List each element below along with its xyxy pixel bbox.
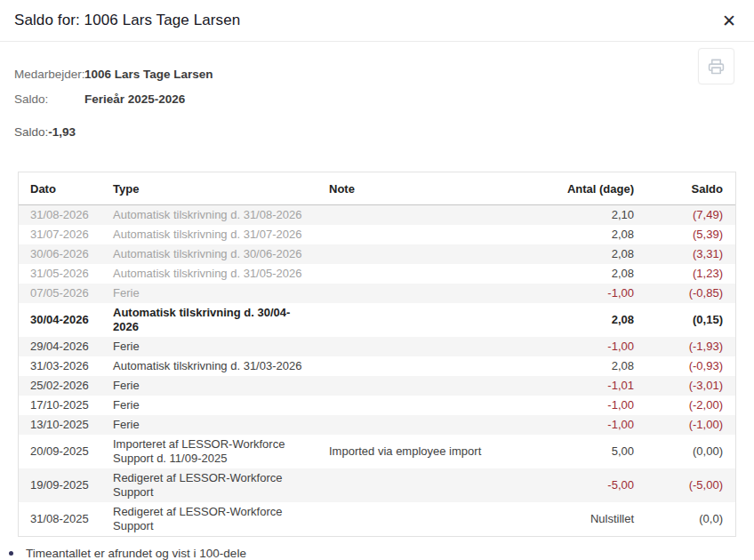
close-icon[interactable]: ✕ xyxy=(720,11,738,31)
table-row: 17/10-2025 Ferie -1,00 (-2,00) xyxy=(19,396,735,415)
table-row: 30/06-2026 Automatisk tilskrivning d. 30… xyxy=(19,244,735,264)
cell-note xyxy=(329,356,507,376)
cell-dato: 13/10-2025 xyxy=(19,415,113,435)
cell-dato: 20/09-2025 xyxy=(19,435,113,468)
table-row: 20/09-2025 Importeret af LESSOR-Workforc… xyxy=(19,435,735,468)
table-row: 29/04-2026 Ferie -1,00 (-1,93) xyxy=(19,337,735,356)
cell-antal: -1,01 xyxy=(507,376,634,396)
cell-type: Ferie xyxy=(113,415,329,435)
cell-saldo: (-0,85) xyxy=(634,284,735,303)
info-section: Medarbejder: 1006 Lars Tage Larsen Saldo… xyxy=(0,42,754,106)
cell-antal: Nulstillet xyxy=(507,502,634,536)
table-row: 07/05-2026 Ferie -1,00 (-0,85) xyxy=(19,284,735,303)
cell-saldo: (-5,00) xyxy=(634,468,735,502)
cell-dato: 30/06-2026 xyxy=(19,244,113,264)
cell-type: Automatisk tilskrivning d. 31/03-2026 xyxy=(113,356,329,376)
period-value: Ferieår 2025-2026 xyxy=(84,92,185,106)
cell-saldo: (-1,93) xyxy=(634,337,735,356)
cell-type: Redigeret af LESSOR-Workforce Support xyxy=(113,468,329,502)
cell-type: Redigeret af LESSOR-Workforce Support xyxy=(113,502,329,536)
column-header-antal: Antal (dage) xyxy=(507,172,634,205)
cell-note xyxy=(329,396,507,415)
cell-dato: 31/03-2026 xyxy=(19,356,113,376)
table-row: 13/10-2025 Ferie -1,00 (-1,00) xyxy=(19,415,735,435)
balance-label: Saldo: xyxy=(14,125,48,139)
table-row: 30/04-2026 Automatisk tilskrivning d. 30… xyxy=(19,303,735,337)
cell-antal: -1,00 xyxy=(507,337,634,356)
cell-antal: -5,00 xyxy=(507,468,634,502)
cell-note xyxy=(329,284,507,303)
column-header-dato: Dato xyxy=(19,172,113,205)
cell-dato: 31/08-2025 xyxy=(19,502,113,536)
cell-dato: 31/08-2026 xyxy=(19,205,113,226)
table-row: 31/08-2026 Automatisk tilskrivning d. 31… xyxy=(19,205,735,226)
cell-saldo: (0,0) xyxy=(634,502,735,536)
footnote-text: Timeantallet er afrundet og vist i 100-d… xyxy=(26,547,246,560)
modal-header: Saldo for: 1006 Lars Tage Larsen ✕ xyxy=(0,0,754,42)
cell-saldo: (7,49) xyxy=(634,205,735,226)
table-row: 31/03-2026 Automatisk tilskrivning d. 31… xyxy=(19,356,735,376)
cell-saldo: (-0,93) xyxy=(634,356,735,376)
column-header-note: Note xyxy=(329,172,507,205)
cell-note xyxy=(329,415,507,435)
cell-saldo: (5,39) xyxy=(634,225,735,244)
column-header-type: Type xyxy=(113,172,329,205)
cell-saldo: (3,31) xyxy=(634,244,735,264)
saldo-table: Dato Type Note Antal (dage) Saldo 31/08-… xyxy=(18,172,736,537)
cell-dato: 19/09-2025 xyxy=(19,468,113,502)
table-row: 31/05-2026 Automatisk tilskrivning d. 31… xyxy=(19,264,735,284)
cell-note xyxy=(329,264,507,284)
cell-note xyxy=(329,502,507,536)
period-row: Saldo: Ferieår 2025-2026 xyxy=(14,92,740,106)
cell-dato: 30/04-2026 xyxy=(19,303,113,337)
bullet-icon xyxy=(9,551,13,556)
cell-dato: 29/04-2026 xyxy=(19,337,113,356)
cell-type: Ferie xyxy=(113,376,329,396)
balance-line: Saldo:-1,93 xyxy=(0,117,754,139)
cell-antal: -1,00 xyxy=(507,284,634,303)
saldo-modal: Saldo for: 1006 Lars Tage Larsen ✕ Medar… xyxy=(0,0,754,560)
cell-type: Automatisk tilskrivning d. 31/05-2026 xyxy=(113,264,329,284)
footnote: Timeantallet er afrundet og vist i 100-d… xyxy=(9,547,754,560)
cell-saldo: (-1,00) xyxy=(634,415,735,435)
cell-dato: 17/10-2025 xyxy=(19,396,113,415)
cell-type: Ferie xyxy=(113,337,329,356)
column-header-saldo: Saldo xyxy=(634,172,735,205)
cell-note xyxy=(329,244,507,264)
cell-type: Ferie xyxy=(113,396,329,415)
cell-antal: 2,08 xyxy=(507,225,634,244)
cell-antal: 2,08 xyxy=(507,356,634,376)
cell-type: Automatisk tilskrivning d. 31/07-2026 xyxy=(113,225,329,244)
cell-antal: 2,10 xyxy=(507,205,634,226)
cell-note xyxy=(329,205,507,226)
table-header-row: Dato Type Note Antal (dage) Saldo xyxy=(19,172,735,205)
cell-antal: 2,08 xyxy=(507,264,634,284)
period-label: Saldo: xyxy=(14,92,84,106)
print-button[interactable] xyxy=(698,48,734,84)
cell-type: Ferie xyxy=(113,284,329,303)
cell-saldo: (1,23) xyxy=(634,264,735,284)
cell-antal: 2,08 xyxy=(507,244,634,264)
cell-saldo: (0,00) xyxy=(634,435,735,468)
employee-value: 1006 Lars Tage Larsen xyxy=(84,68,213,81)
employee-label: Medarbejder: xyxy=(14,68,84,81)
cell-note xyxy=(329,337,507,356)
cell-saldo: (0,15) xyxy=(634,303,735,337)
cell-note: Imported via employee import xyxy=(329,435,507,468)
cell-dato: 07/05-2026 xyxy=(19,284,113,303)
cell-type: Automatisk tilskrivning d. 31/08-2026 xyxy=(113,205,329,226)
cell-dato: 25/02-2026 xyxy=(19,376,113,396)
cell-antal: 5,00 xyxy=(507,435,634,468)
cell-saldo: (-3,01) xyxy=(634,376,735,396)
balance-value: -1,93 xyxy=(48,125,76,139)
cell-antal: 2,08 xyxy=(507,303,634,337)
table-row: 31/07-2026 Automatisk tilskrivning d. 31… xyxy=(19,225,735,244)
cell-note xyxy=(329,225,507,244)
cell-note xyxy=(329,468,507,502)
cell-note xyxy=(329,376,507,396)
cell-antal: -1,00 xyxy=(507,415,634,435)
cell-note xyxy=(329,303,507,337)
cell-antal: -1,00 xyxy=(507,396,634,415)
cell-type: Importeret af LESSOR-Workforce Support d… xyxy=(113,435,329,468)
modal-title: Saldo for: 1006 Lars Tage Larsen xyxy=(14,12,240,29)
